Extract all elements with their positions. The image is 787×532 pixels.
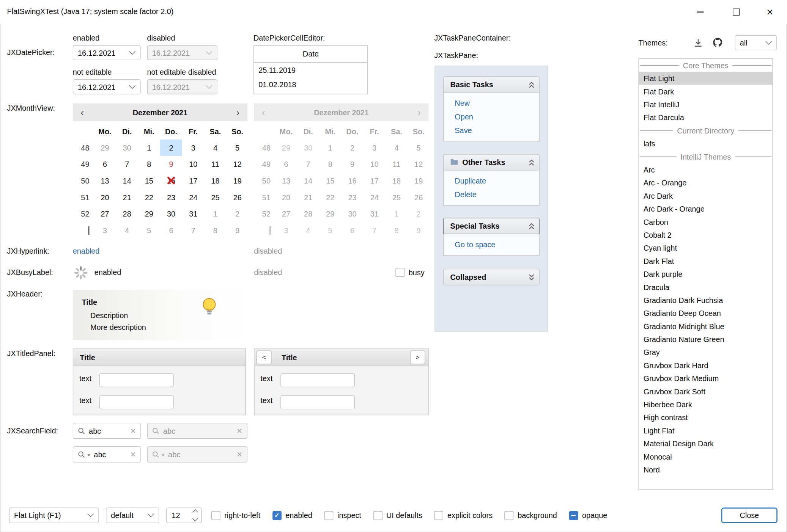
theme-item[interactable]: Monocai <box>639 450 773 463</box>
theme-item[interactable]: Cyan light <box>639 241 773 254</box>
theme-item[interactable]: Gruvbox Dark Medium <box>639 372 773 384</box>
searchfield-menu-enabled[interactable]: abc ✕ <box>73 446 141 462</box>
day-cell[interactable]: 1 <box>138 140 160 156</box>
text-field[interactable] <box>280 395 355 409</box>
day-cell[interactable]: 6 <box>94 156 116 173</box>
table-row[interactable]: 01.02.2018 <box>254 77 367 92</box>
day-cell[interactable]: 27 <box>94 206 116 222</box>
theme-item[interactable]: Flat Light <box>639 72 773 85</box>
theme-item[interactable]: Light Flat <box>639 424 773 437</box>
checkbox-enabled[interactable]: ✓enabled <box>272 511 312 520</box>
theme-item[interactable]: Nord <box>639 463 773 476</box>
theme-item[interactable]: lafs <box>639 137 773 150</box>
taskpane-header[interactable]: Other Tasks <box>443 154 540 171</box>
theme-item[interactable]: Material Design Dark <box>639 437 773 450</box>
day-cell[interactable]: 18 <box>204 173 226 189</box>
download-button[interactable] <box>692 37 705 50</box>
theme-item[interactable]: Cobalt 2 <box>639 228 773 241</box>
day-cell[interactable]: 29 <box>94 140 116 156</box>
day-cell[interactable]: 4 <box>116 222 138 239</box>
maximize-button[interactable] <box>722 0 751 24</box>
day-cell[interactable]: 10 <box>182 156 204 173</box>
theme-item[interactable]: Arc Dark - Orange <box>639 202 773 215</box>
table-column-header[interactable]: Date <box>254 46 367 63</box>
prev-month-button[interactable]: ‹ <box>73 106 92 118</box>
theme-item[interactable]: Flat Darcula <box>639 111 773 124</box>
day-cell[interactable]: 9 <box>160 156 182 173</box>
checkbox-right-to-left[interactable]: right-to-left <box>211 511 260 520</box>
checkbox-busy[interactable]: busy <box>395 268 424 277</box>
theme-item[interactable]: Gradianto Dark Fuchsia <box>639 293 773 306</box>
clear-icon[interactable]: ✕ <box>130 427 136 435</box>
themes-filter-combobox[interactable]: all <box>735 35 777 50</box>
theme-item[interactable]: Dracula <box>639 280 773 293</box>
day-cell[interactable]: 2 <box>227 206 249 222</box>
day-cell[interactable]: 16✕ <box>160 173 182 189</box>
theme-item[interactable]: Gradianto Deep Ocean <box>639 306 773 319</box>
clear-icon[interactable]: ✕ <box>130 450 136 458</box>
chevron-down-icon[interactable] <box>129 48 135 55</box>
theme-item[interactable]: Gruvbox Dark Soft <box>639 385 773 398</box>
taskpane-link[interactable]: Open <box>455 112 539 121</box>
checkbox-explicit-colors[interactable]: explicit colors <box>434 511 493 520</box>
minimize-button[interactable] <box>686 0 715 24</box>
taskpane-link[interactable]: Delete <box>455 190 539 198</box>
taskpane-header[interactable]: Collapsed <box>443 269 540 286</box>
checkbox-background[interactable]: background <box>505 511 557 520</box>
day-cell[interactable]: 20 <box>94 189 116 206</box>
laf-combobox[interactable]: Flat Light (F1) <box>9 508 99 523</box>
text-field[interactable] <box>280 373 355 387</box>
checkbox-ui-defaults[interactable]: UI defaults <box>373 511 422 520</box>
expand-icon[interactable] <box>529 274 535 281</box>
day-cell[interactable]: 28 <box>116 206 138 222</box>
day-cell[interactable]: 12 <box>227 156 249 173</box>
theme-item[interactable]: Gray <box>639 345 773 358</box>
taskpane-link[interactable]: Duplicate <box>455 177 539 185</box>
day-cell[interactable]: 8 <box>138 156 160 173</box>
text-field[interactable] <box>99 373 174 387</box>
theme-item[interactable]: Dark Flat <box>639 254 773 267</box>
collapse-icon[interactable] <box>529 159 535 166</box>
themes-list[interactable]: Core ThemesFlat LightFlat DarkFlat Intel… <box>638 58 773 490</box>
theme-item[interactable]: Hiberbee Dark <box>639 398 773 411</box>
day-cell[interactable]: 9 <box>227 222 249 239</box>
theme-item[interactable]: Dark purple <box>639 267 773 280</box>
day-cell[interactable]: 5 <box>227 140 249 156</box>
day-cell[interactable]: 11 <box>204 156 226 173</box>
github-button[interactable] <box>711 36 725 50</box>
theme-item[interactable]: Gradianto Nature Green <box>639 333 773 345</box>
day-cell[interactable]: 23 <box>160 189 182 206</box>
taskpane-header[interactable]: Special Tasks <box>443 218 540 234</box>
font-combobox[interactable]: default <box>106 508 159 523</box>
next-button[interactable]: > <box>410 351 425 364</box>
taskpane-header[interactable]: Basic Tasks <box>443 76 540 93</box>
day-cell[interactable]: 3 <box>94 222 116 239</box>
checkbox-inspect[interactable]: inspect <box>324 511 361 520</box>
close-window-button[interactable]: ✕ <box>756 0 785 24</box>
collapse-icon[interactable] <box>529 223 535 230</box>
day-cell[interactable]: 7 <box>182 222 204 239</box>
day-cell[interactable]: 26 <box>227 189 249 206</box>
font-size-spinner[interactable]: 12 <box>166 508 202 523</box>
taskpane-link[interactable]: New <box>455 99 539 107</box>
theme-item[interactable]: Arc - Orange <box>639 176 773 189</box>
chevron-down-icon[interactable] <box>87 454 90 458</box>
day-cell[interactable]: 15 <box>138 173 160 189</box>
hyperlink-enabled[interactable]: enabled <box>73 247 100 255</box>
day-cell[interactable]: 17 <box>182 173 204 189</box>
checkbox-opaque[interactable]: opaque <box>569 511 608 520</box>
theme-item[interactable]: Flat IntelliJ <box>639 98 773 111</box>
day-cell[interactable]: 30 <box>116 140 138 156</box>
day-cell[interactable]: 4 <box>204 140 226 156</box>
theme-item[interactable]: High contrast <box>639 411 773 424</box>
searchfield-enabled[interactable]: abc ✕ <box>73 423 141 439</box>
day-cell[interactable]: 24 <box>182 189 204 206</box>
day-cell[interactable]: 25 <box>204 189 226 206</box>
day-cell[interactable]: 13 <box>94 173 116 189</box>
prev-button[interactable]: < <box>257 351 272 364</box>
day-cell[interactable]: 31 <box>182 206 204 222</box>
day-cell[interactable]: 14 <box>116 173 138 189</box>
day-cell[interactable]: 19 <box>227 173 249 189</box>
theme-item[interactable]: Carbon <box>639 215 773 228</box>
day-cell[interactable]: 30 <box>160 206 182 222</box>
